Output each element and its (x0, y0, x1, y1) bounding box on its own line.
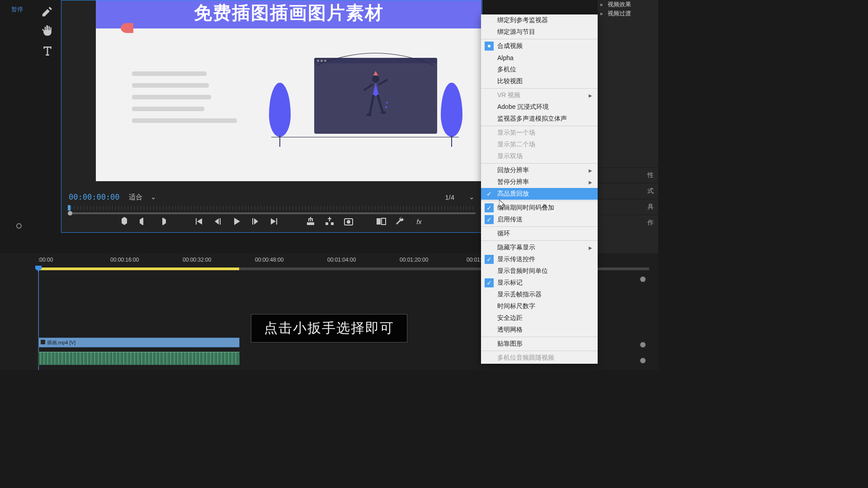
svg-rect-7 (326, 222, 328, 225)
subtitle-overlay: 点击小扳手选择即可 (251, 314, 407, 343)
fx-button[interactable]: fx (414, 216, 425, 227)
add-marker-button[interactable] (119, 216, 130, 227)
track-scroll-knob[interactable] (640, 342, 646, 347)
context-menu-item[interactable]: Alpha (481, 52, 598, 64)
fit-dropdown[interactable]: 适合⌄ (129, 193, 156, 202)
context-menu-item[interactable]: 显示音频时间单位 (481, 265, 598, 277)
chevron-down-icon: ⌄ (469, 193, 475, 201)
extract-button[interactable] (324, 216, 335, 227)
svg-point-3 (381, 111, 386, 114)
right-tab[interactable]: 式 (598, 183, 658, 199)
audio-clip[interactable] (38, 352, 240, 365)
pen-tool-icon[interactable] (41, 5, 54, 18)
svg-rect-11 (377, 218, 381, 225)
monitor-settings-menu: 绑定到参考监视器绑定源与节目合成视频Alpha多机位比较视图VR 视频▶Adob… (481, 14, 598, 364)
timeline-tick: 00:01:04:00 (327, 257, 356, 263)
timeline-tick: 00:01:20:00 (400, 257, 428, 263)
record-indicator-icon (16, 223, 22, 229)
context-menu-item[interactable]: 绑定到参考监视器 (481, 14, 598, 26)
comparison-view-button[interactable] (376, 216, 387, 227)
context-menu-item[interactable]: 绑定源与节目 (481, 26, 598, 38)
settings-wrench-button[interactable] (395, 216, 406, 227)
context-menu-item[interactable]: ✓显示标记 (481, 277, 598, 289)
context-menu-item[interactable]: 安全边距 (481, 312, 598, 324)
svg-rect-12 (382, 218, 386, 225)
context-menu-item[interactable]: ✓显示传送控件 (481, 253, 598, 265)
context-menu-item[interactable]: ✓编辑期间时间码叠加 (481, 202, 598, 214)
right-tab[interactable]: 作 (598, 215, 658, 230)
video-clip[interactable]: 插画.mp4 [V] (38, 338, 240, 347)
context-menu-item[interactable]: ✓高品质回放 (481, 188, 598, 200)
go-to-out-button[interactable] (269, 216, 280, 227)
svg-point-10 (347, 220, 350, 224)
play-button[interactable] (231, 216, 242, 227)
monitor-scrub-bar[interactable] (68, 206, 476, 211)
timeline-tick: 00:00:48:00 (255, 257, 283, 263)
lift-button[interactable] (305, 216, 316, 227)
step-back-button[interactable] (212, 216, 223, 227)
svg-point-1 (372, 75, 379, 83)
monitor-viewport: 免费插图插画图片素材 (96, 0, 481, 181)
viewport-banner: 免费插图插画图片素材 (96, 0, 481, 28)
context-menu-item[interactable]: 时间标尺数字 (481, 300, 598, 312)
zoom-dropdown[interactable]: 1/4⌄ (445, 193, 475, 201)
context-menu-item[interactable]: 显示丢帧指示器 (481, 289, 598, 300)
program-monitor: 免费插图插画图片素材 (61, 0, 482, 233)
go-to-in-button[interactable] (193, 216, 204, 227)
context-menu-item[interactable]: 隐藏字幕显示▶ (481, 242, 598, 253)
monitor-timecode[interactable]: 00:00:00:00 (69, 192, 120, 202)
context-menu-item[interactable]: 回放分辨率▶ (481, 164, 598, 176)
mark-in-button[interactable] (138, 216, 149, 227)
svg-point-5 (385, 106, 387, 108)
timeline-tick: 00:01: (467, 257, 481, 263)
right-panel-item[interactable]: 视频过渡 (598, 9, 658, 18)
svg-marker-0 (373, 71, 378, 75)
step-forward-button[interactable] (250, 216, 261, 227)
context-menu-item: VR 视频▶ (481, 89, 598, 101)
chevron-down-icon: ⌄ (151, 193, 156, 201)
svg-point-2 (366, 113, 372, 116)
context-menu-item[interactable]: 贴靠图形 (481, 338, 598, 350)
export-frame-button[interactable] (343, 216, 354, 227)
context-menu-item[interactable]: ✓启用传送 (481, 214, 598, 225)
context-menu-item: 多机位音频跟随视频 (481, 352, 598, 364)
svg-rect-8 (331, 222, 334, 225)
context-menu-item: 显示第二个场 (481, 139, 598, 150)
context-menu-item[interactable]: 暂停分辨率▶ (481, 176, 598, 188)
track-scroll-knob[interactable] (640, 277, 646, 282)
mark-out-button[interactable] (157, 216, 168, 227)
right-tab[interactable]: 性 (598, 167, 658, 183)
track-scroll-knob[interactable] (640, 358, 646, 363)
context-menu-item: 显示双场 (481, 150, 598, 162)
timeline-tick: :00:00 (38, 257, 53, 263)
context-menu-item[interactable]: 循环 (481, 228, 598, 239)
pause-label: 暂停 (11, 5, 23, 14)
svg-rect-6 (307, 222, 314, 225)
context-menu-item: 显示第一个场 (481, 127, 598, 139)
context-menu-item[interactable]: Adobe 沉浸式环境 (481, 101, 598, 113)
type-tool-icon[interactable] (41, 44, 54, 58)
timeline-tick: 00:00:32:00 (183, 257, 211, 263)
hand-tool-icon[interactable] (41, 24, 54, 38)
right-panel-item[interactable]: 视频效果 (598, 0, 658, 9)
right-tab[interactable]: 具 (598, 199, 658, 215)
context-menu-item[interactable]: 监视器多声道模拟立体声 (481, 113, 598, 125)
context-menu-item[interactable]: 合成视频 (481, 40, 598, 52)
context-menu-item[interactable]: 多机位 (481, 64, 598, 75)
timeline-tick: 00:00:16:00 (110, 257, 139, 263)
context-menu-item[interactable]: 透明网格 (481, 324, 598, 336)
svg-point-4 (386, 102, 388, 103)
context-menu-item[interactable]: 比较视图 (481, 75, 598, 87)
